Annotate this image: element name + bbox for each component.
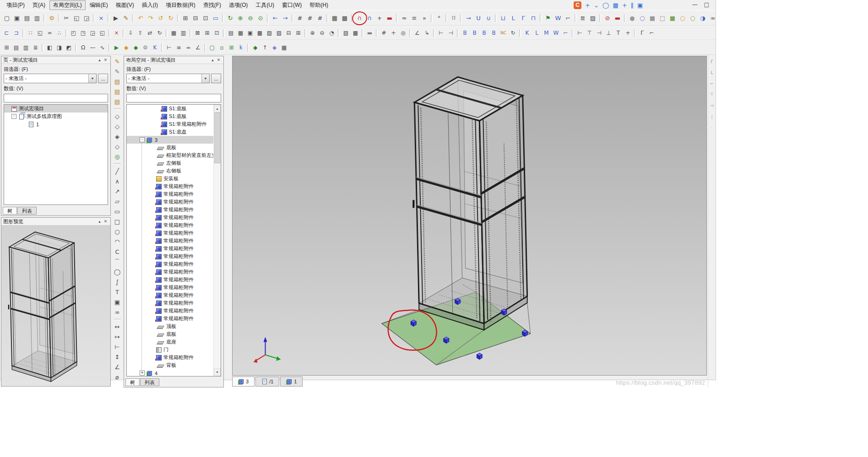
viewport-tab[interactable]: 1 <box>280 376 303 387</box>
tree-item[interactable]: 常规箱柜附件 <box>127 221 214 229</box>
draw-line-arrow-icon[interactable]: ↗ <box>113 187 122 196</box>
pin-icon[interactable]: ▴ <box>210 58 216 62</box>
w-tool-2-icon[interactable]: W <box>552 29 560 37</box>
right-tool-5-icon[interactable]: ⊣ <box>710 103 714 108</box>
logic-line-red-icon[interactable]: ▬ <box>385 13 394 22</box>
zoom-in-icon[interactable]: ⊕ <box>236 13 245 22</box>
macro-orange-icon[interactable]: ◆ <box>122 43 130 52</box>
pane-top-icon[interactable]: ◩ <box>65 43 73 52</box>
shade-box-icon[interactable]: ■ <box>648 13 657 22</box>
right-tool-4-icon[interactable]: ⊤ <box>710 92 714 97</box>
tree-item[interactable]: 常规箱柜附件 <box>127 206 214 214</box>
panel-tab[interactable]: 列表 <box>140 378 159 386</box>
shade-blue-icon[interactable]: ◑ <box>698 13 707 22</box>
viewport-tab[interactable]: /1 <box>255 376 279 387</box>
tree-item[interactable]: 背板 <box>127 361 214 369</box>
wave-line-icon[interactable]: ∿ <box>98 43 107 52</box>
overlay-add-icon[interactable]: + <box>585 2 590 9</box>
menu-item[interactable]: 窗口(W) <box>278 0 305 10</box>
brackets-icon[interactable]: [] <box>449 13 458 22</box>
diamond-multi-icon[interactable]: ◈ <box>270 43 279 52</box>
shade-sphere-icon[interactable]: ● <box>628 13 637 22</box>
draw-line-icon[interactable]: ╱ <box>113 167 122 176</box>
preview-canvas[interactable] <box>1 226 110 386</box>
hatch-small-icon[interactable]: ▦ <box>280 43 288 52</box>
draw-polyline-icon[interactable]: ∧ <box>113 177 122 186</box>
menu-item[interactable]: 插入(I) <box>138 0 162 10</box>
conn-end-right-icon[interactable]: ∪ <box>484 13 493 22</box>
tree-item[interactable]: 常规箱柜附件 <box>127 276 214 284</box>
menu-item[interactable]: 项目(P) <box>3 0 28 10</box>
zoom-window-icon[interactable]: ⊙ <box>256 13 265 22</box>
reload-icon[interactable]: ↻ <box>155 29 164 37</box>
draw-arc-icon[interactable]: ◠ <box>113 237 122 246</box>
tree-item[interactable]: 安装板 <box>127 175 214 183</box>
snap-point-icon[interactable]: + <box>375 13 384 22</box>
conn-u-icon[interactable]: U <box>474 13 483 22</box>
dock-right-icon[interactable]: ⊐ <box>12 29 21 37</box>
filter-combobox[interactable]: - 未激活 - ▼ <box>126 74 210 83</box>
corner-angle-icon[interactable]: ⌐ <box>564 13 573 22</box>
tree-item[interactable]: 常规箱柜附件 <box>127 183 214 190</box>
page-new-icon[interactable]: ◳ <box>79 29 87 37</box>
tree-item[interactable]: 顶板 <box>127 323 214 330</box>
tree-item[interactable]: 门 <box>127 346 214 354</box>
red-line-icon[interactable]: ▬ <box>613 13 622 22</box>
table-g-icon[interactable]: ⊟ <box>284 29 293 37</box>
pin-icon[interactable]: ▴ <box>97 219 103 224</box>
shade-green-2-icon[interactable]: ○ <box>688 13 697 22</box>
table-d-icon[interactable]: ▩ <box>255 29 264 37</box>
draw-arc-2-icon[interactable]: C <box>113 247 122 256</box>
grid-table-3-icon[interactable]: ⊡ <box>201 13 210 22</box>
dim-angle-tool-icon[interactable]: ∠ <box>113 363 122 371</box>
open-icon[interactable]: ▤ <box>22 13 32 22</box>
right-tool-3-icon[interactable]: ⌐ <box>710 81 714 86</box>
layer-stack-icon[interactable]: ▤ <box>113 87 122 96</box>
tree-item[interactable]: 常规箱柜附件 <box>127 354 214 361</box>
draw-rect-2-icon[interactable]: □ <box>113 217 122 226</box>
scroll-down-arrow[interactable]: ▼ <box>214 368 221 376</box>
close-icon[interactable]: ✕ <box>103 58 108 62</box>
filter-combobox[interactable]: - 未激活 - ▼ <box>4 74 97 83</box>
filter-browse-button[interactable]: ... <box>98 74 108 83</box>
corner-l-icon[interactable]: L <box>509 13 518 22</box>
frame-corner-2-icon[interactable]: ⌐ <box>647 29 656 37</box>
tree-item[interactable]: S1:底板 <box>127 105 214 113</box>
dim-t-icon[interactable]: T <box>614 29 623 37</box>
draw-text-icon[interactable]: T <box>113 288 122 296</box>
table-h-icon[interactable]: ⊞ <box>294 29 303 37</box>
menu-item[interactable]: 帮助(H) <box>306 0 332 10</box>
box-properties-icon[interactable]: ⊡ <box>212 29 221 37</box>
k-tool-icon[interactable]: K <box>523 29 532 37</box>
run-macro-icon[interactable]: ▶ <box>112 43 121 52</box>
device-b2-icon[interactable]: B <box>470 29 479 37</box>
measure-angle-icon[interactable]: ∠ <box>194 43 202 52</box>
pin-icon[interactable]: ▴ <box>97 58 103 62</box>
extend-icon[interactable]: ⊣ <box>446 29 455 37</box>
chevron-down-icon[interactable]: ▼ <box>201 74 209 83</box>
right-tool-6-icon[interactable]: ¦ <box>711 114 712 119</box>
frame-corner-1-icon[interactable]: Γ <box>638 29 646 37</box>
shade-box-wire-icon[interactable]: □ <box>658 13 667 22</box>
diamond-green-icon[interactable]: ◆ <box>251 43 260 52</box>
shade-orange-icon[interactable]: ○ <box>678 13 687 22</box>
delete-icon[interactable]: × <box>97 13 106 22</box>
target-icon[interactable]: ◎ <box>399 29 407 37</box>
layer-copy-icon[interactable]: ▤ <box>113 77 122 86</box>
menu-item[interactable]: 工具(U) <box>252 0 278 10</box>
layout-tree[interactable]: ▲ ▼ S1:底板S1:底板S1:常规箱柜附件S1:底盘-3底板框架型材的竖直前… <box>126 104 221 376</box>
draw-spline-icon[interactable]: ∫ <box>113 278 122 286</box>
window-tile-icon[interactable]: ∷ <box>26 29 35 37</box>
menu-item[interactable]: 页(A) <box>29 0 49 10</box>
object-snap-icon[interactable]: ∩ <box>365 13 374 22</box>
tool-gear-icon[interactable]: ⚙ <box>141 43 150 52</box>
time-icon[interactable]: ◔ <box>327 29 336 37</box>
tree-item[interactable]: 常规箱柜附件 <box>127 291 214 299</box>
table-a-icon[interactable]: ▤ <box>227 29 235 37</box>
frame-rows-icon[interactable]: ▥ <box>179 29 188 37</box>
pane-right-icon[interactable]: ◨ <box>55 43 64 52</box>
tree-item[interactable]: 常规箱柜附件 <box>127 229 214 237</box>
tree-item[interactable]: 常规箱柜附件 <box>127 260 214 268</box>
corner-tool-icon[interactable]: ⌐ <box>561 29 570 37</box>
snap-grid-b-icon[interactable]: # <box>305 13 315 22</box>
